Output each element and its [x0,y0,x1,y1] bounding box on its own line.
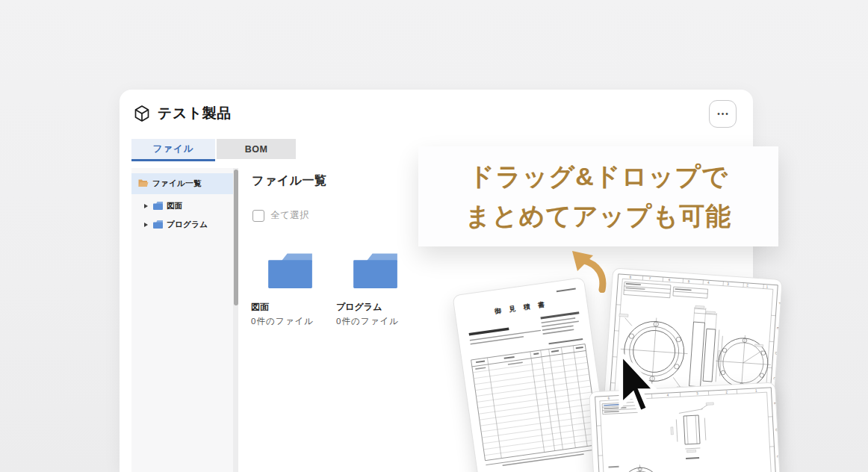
sidebar-scrollbar-track[interactable] [233,168,238,472]
sidebar-scrollbar-thumb[interactable] [234,170,238,305]
drawing-frame-numbers: 8 7 6 5 4 3 2 1 [629,275,768,288]
product-cube-icon [133,105,151,122]
sidebar-item-label: ファイル一覧 [152,178,202,189]
chevron-right-icon[interactable] [144,204,148,208]
page-title: テスト製品 [158,104,232,123]
tab-bom-label: BOM [245,144,268,155]
folder-name: プログラム [336,301,420,314]
select-all-checkbox[interactable] [252,210,264,222]
drawing-frame-letters: E D C B [773,402,781,472]
tab-files-label: ファイル [152,143,193,155]
select-all-row[interactable]: 全て選択 [252,209,309,222]
chevron-right-icon[interactable] [144,223,148,227]
folder-tree-sidebar: ファイル一覧 図面 プログラム [131,168,233,472]
folder-tile-programs[interactable]: プログラム 0件のファイル [336,253,420,327]
sidebar-item-label: プログラム [167,220,208,230]
promo-text-line1: ドラッグ&ドロップで [468,157,728,196]
sidebar-item-file-list[interactable]: ファイル一覧 [131,173,233,194]
tab-files[interactable]: ファイル [131,139,215,159]
promo-banner: ドラッグ&ドロップで まとめてアップも可能 [418,146,778,246]
quote-document-illustration: 御 見 積 書 [452,277,611,472]
content-heading: ファイル一覧 [252,173,327,189]
folder-icon [353,253,420,291]
promo-text-line2: まとめてアップも可能 [465,196,731,236]
open-folder-icon [138,177,149,190]
folder-tile-drawings[interactable]: 図面 0件のファイル [251,253,335,327]
folder-file-count: 0件のファイル [336,316,420,327]
select-all-label: 全て選択 [270,209,309,222]
folder-icon [268,253,335,291]
panel-header: テスト製品 [133,104,232,123]
folder-name: 図面 [251,301,335,314]
folder-file-count: 0件のファイル [251,316,335,327]
folder-icon [153,199,163,213]
sidebar-item-programs[interactable]: プログラム [131,215,233,235]
more-options-button[interactable]: ••• [709,100,737,128]
mouse-cursor-icon [617,351,660,420]
sidebar-item-drawings[interactable]: 図面 [131,196,233,216]
ellipsis-icon: ••• [716,111,730,118]
tab-bar: ファイル BOM [131,139,296,159]
screenshot-stage: テスト製品 ••• ファイル BOM ファイル一覧 [0,0,868,472]
tab-bom[interactable]: BOM [217,139,296,159]
sidebar-item-label: 図面 [167,201,183,211]
folder-icon [153,218,163,232]
